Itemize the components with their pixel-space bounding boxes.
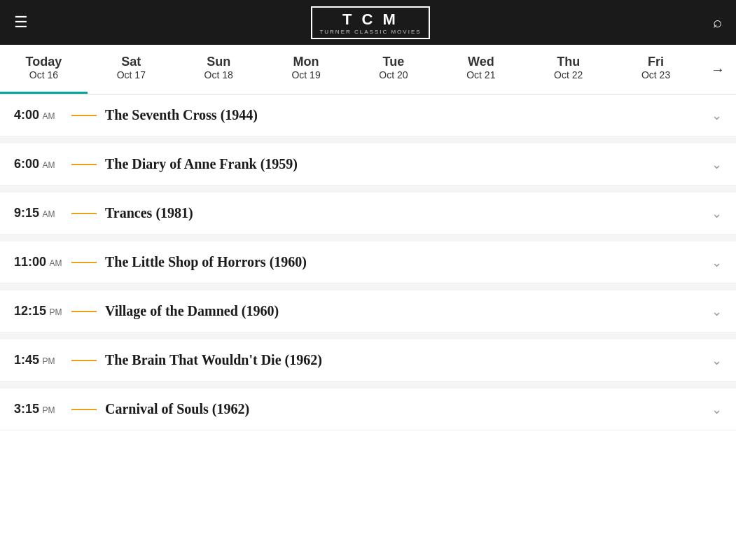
time-block: 11:00 AM xyxy=(14,255,63,270)
chevron-down-icon: ⌄ xyxy=(711,402,722,417)
day-tabs: TodayOct 16SatOct 17SunOct 18MonOct 19Tu… xyxy=(0,45,736,94)
day-tab-sat[interactable]: SatOct 17 xyxy=(88,45,175,94)
chevron-down-icon: ⌄ xyxy=(711,157,722,172)
row-separator xyxy=(0,332,736,340)
row-separator xyxy=(0,186,736,192)
movie-title: Trances (1981) xyxy=(105,205,703,221)
time-block: 3:15 PM xyxy=(14,402,63,416)
day-tab-wed[interactable]: WedOct 21 xyxy=(437,45,525,94)
time-block: 6:00 AM xyxy=(14,158,63,172)
day-tab-fri[interactable]: FriOct 23 xyxy=(612,45,700,94)
time-block: 1:45 PM xyxy=(14,354,63,368)
time-dash-icon xyxy=(71,360,97,361)
time-dash-icon xyxy=(71,262,97,263)
schedule-row[interactable]: 3:15 PM Carnival of Souls (1962) ⌄ xyxy=(0,388,736,430)
time-dash-icon xyxy=(71,164,97,165)
day-tab-mon[interactable]: MonOct 19 xyxy=(263,45,350,94)
movie-title: Village of the Damned (1960) xyxy=(105,303,703,319)
movie-title: Carnival of Souls (1962) xyxy=(105,401,703,417)
time-dash-icon xyxy=(71,311,97,312)
top-navigation: ☰ T C M TURNER CLASSIC MOVIES ⌕ xyxy=(0,0,736,45)
chevron-down-icon: ⌄ xyxy=(711,304,722,319)
day-tab-tue[interactable]: TueOct 20 xyxy=(350,45,438,94)
schedule-row[interactable]: 11:00 AM The Little Shop of Horrors (196… xyxy=(0,241,736,284)
schedule-row[interactable]: 1:45 PM The Brain That Wouldn't Die (196… xyxy=(0,340,736,382)
chevron-down-icon: ⌄ xyxy=(711,206,722,221)
row-separator xyxy=(0,234,736,241)
logo-main-text: T C M xyxy=(319,10,421,29)
movie-title: The Brain That Wouldn't Die (1962) xyxy=(105,352,703,368)
schedule-row[interactable]: 6:00 AM The Diary of Anne Frank (1959) ⌄ xyxy=(0,144,736,186)
day-tab-sun[interactable]: SunOct 18 xyxy=(175,45,263,94)
hamburger-icon[interactable]: ☰ xyxy=(14,13,28,31)
row-separator xyxy=(0,284,736,290)
row-separator xyxy=(0,136,736,144)
day-tab-thu[interactable]: ThuOct 22 xyxy=(525,45,612,94)
schedule-row[interactable]: 12:15 PM Village of the Damned (1960) ⌄ xyxy=(0,290,736,332)
chevron-down-icon: ⌄ xyxy=(711,255,722,270)
schedule-row[interactable]: 9:15 AM Trances (1981) ⌄ xyxy=(0,192,736,234)
chevron-down-icon: ⌄ xyxy=(711,108,722,123)
movie-title: The Diary of Anne Frank (1959) xyxy=(105,156,703,172)
next-week-arrow[interactable]: → xyxy=(700,45,736,94)
search-icon[interactable]: ⌕ xyxy=(713,13,722,31)
row-separator xyxy=(0,382,736,388)
logo-sub-text: TURNER CLASSIC MOVIES xyxy=(319,29,421,35)
schedule-row[interactable]: 4:00 AM The Seventh Cross (1944) ⌄ xyxy=(0,94,736,136)
time-block: 4:00 AM xyxy=(14,108,63,122)
time-block: 12:15 PM xyxy=(14,304,63,318)
day-tab-today[interactable]: TodayOct 16 xyxy=(0,45,88,94)
time-block: 9:15 AM xyxy=(14,206,63,220)
tcm-logo: T C M TURNER CLASSIC MOVIES xyxy=(311,6,429,39)
time-dash-icon xyxy=(71,115,97,116)
movie-title: The Little Shop of Horrors (1960) xyxy=(105,254,703,270)
schedule-list: 4:00 AM The Seventh Cross (1944) ⌄ 6:00 … xyxy=(0,94,736,430)
movie-title: The Seventh Cross (1944) xyxy=(105,107,703,123)
time-dash-icon xyxy=(71,213,97,214)
chevron-down-icon: ⌄ xyxy=(711,353,722,368)
time-dash-icon xyxy=(71,409,97,410)
